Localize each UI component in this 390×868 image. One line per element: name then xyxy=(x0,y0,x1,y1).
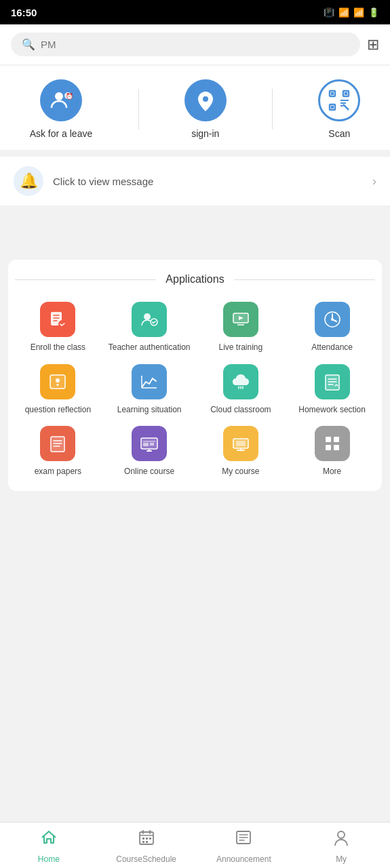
announcement-nav-icon xyxy=(234,828,253,852)
my-course-label: My course xyxy=(222,467,259,477)
svg-rect-65 xyxy=(149,837,151,840)
nav-announcement[interactable]: Announcement xyxy=(195,828,293,864)
applications-title: Applications xyxy=(165,273,224,285)
app-enroll-class[interactable]: Enroll the class xyxy=(15,302,101,353)
cloud-label: Cloud classroom xyxy=(210,405,271,416)
svg-rect-56 xyxy=(334,437,339,442)
schedule-nav-icon xyxy=(137,828,156,852)
status-bar: 16:50 📳 📶 📶 🔋 xyxy=(0,0,390,24)
nav-home[interactable]: Home xyxy=(0,828,98,864)
svg-point-0 xyxy=(55,92,63,100)
svg-rect-32 xyxy=(326,375,339,390)
learning-icon xyxy=(132,364,167,399)
learning-label: Learning situation xyxy=(117,405,182,416)
online-course-icon xyxy=(132,426,167,461)
svg-point-28 xyxy=(56,378,60,382)
question-icon xyxy=(40,364,75,399)
search-bar-row: 🔍 ⊞ xyxy=(0,24,390,64)
scan-icon xyxy=(318,79,360,121)
ask-leave-icon: ⏰ xyxy=(40,79,82,121)
signal-icon: 📳 xyxy=(324,7,334,18)
search-bar[interactable]: 🔍 xyxy=(11,33,360,56)
bottom-nav: Home CourseSchedule xyxy=(0,822,390,868)
svg-rect-66 xyxy=(142,841,144,843)
svg-point-15 xyxy=(58,320,66,328)
apps-grid: Enroll the class Teacher authentication xyxy=(15,302,375,477)
status-time: 16:50 xyxy=(11,7,37,18)
app-online-course[interactable]: Online course xyxy=(106,426,193,477)
wifi-icon: 📶 xyxy=(338,7,349,18)
live-training-icon xyxy=(223,302,258,337)
battery-icon: 🔋 xyxy=(368,7,379,18)
app-my-course[interactable]: My course xyxy=(198,426,284,477)
homework-icon xyxy=(315,364,350,399)
scan-label: Scan xyxy=(328,128,350,139)
svg-rect-47 xyxy=(143,443,149,446)
network-icon: 📶 xyxy=(353,7,364,18)
svg-rect-58 xyxy=(334,445,339,450)
home-nav-label: Home xyxy=(38,854,60,864)
teacher-auth-label: Teacher authentication xyxy=(109,342,191,353)
cloud-icon xyxy=(223,364,258,399)
grid-icon[interactable]: ⊞ xyxy=(367,36,379,54)
divider2 xyxy=(272,89,273,130)
homework-label: Homework section xyxy=(298,405,366,416)
quick-action-sign-in[interactable]: sign-in xyxy=(184,79,227,139)
svg-point-3 xyxy=(203,96,208,102)
nav-my[interactable]: My xyxy=(292,828,390,864)
svg-rect-8 xyxy=(345,92,347,95)
applications-header: Applications xyxy=(15,273,375,285)
app-question-reflection[interactable]: question reflection xyxy=(15,364,101,416)
app-teacher-auth[interactable]: Teacher authentication xyxy=(106,302,193,353)
more-label: More xyxy=(323,467,341,477)
app-homework[interactable]: Homework section xyxy=(289,364,375,416)
nav-schedule[interactable]: CourseSchedule xyxy=(98,828,195,864)
header-line-right xyxy=(234,279,375,280)
quick-action-scan[interactable]: Scan xyxy=(318,79,360,139)
app-live-training[interactable]: Live training xyxy=(198,302,284,353)
svg-rect-52 xyxy=(237,450,245,451)
svg-rect-54 xyxy=(236,441,246,446)
status-icons: 📳 📶 📶 🔋 xyxy=(324,7,379,18)
quick-actions: ⏰ Ask for a leave sign-in xyxy=(0,66,390,150)
svg-rect-55 xyxy=(326,437,331,442)
quick-action-ask-leave[interactable]: ⏰ Ask for a leave xyxy=(30,79,93,139)
live-training-label: Live training xyxy=(219,342,263,353)
bottom-spacer xyxy=(0,498,390,552)
main-content: 🔍 ⊞ ⏰ Ask for a leave xyxy=(0,24,390,868)
svg-rect-63 xyxy=(142,837,144,840)
svg-point-72 xyxy=(338,831,345,838)
app-exam-papers[interactable]: exam papers xyxy=(15,426,101,477)
my-nav-label: My xyxy=(336,854,347,864)
exam-label: exam papers xyxy=(35,467,81,477)
header-line-left xyxy=(15,279,156,280)
svg-rect-9 xyxy=(331,106,334,108)
ask-leave-label: Ask for a leave xyxy=(30,128,93,139)
divider xyxy=(138,89,139,130)
svg-rect-7 xyxy=(331,92,334,95)
sign-in-label: sign-in xyxy=(191,128,219,139)
online-course-label: Online course xyxy=(124,467,174,477)
svg-rect-57 xyxy=(326,445,331,450)
app-more[interactable]: More xyxy=(289,426,375,477)
my-course-icon xyxy=(223,426,258,461)
question-label: question reflection xyxy=(25,405,91,416)
svg-point-16 xyxy=(144,313,151,320)
search-input[interactable] xyxy=(41,39,349,50)
attendance-icon xyxy=(315,302,350,337)
notification-arrow-icon: › xyxy=(372,174,376,189)
app-cloud-classroom[interactable]: Cloud classroom xyxy=(198,364,284,416)
spacer xyxy=(0,212,390,253)
app-learning-situation[interactable]: Learning situation xyxy=(106,364,193,416)
svg-rect-67 xyxy=(146,841,148,843)
svg-line-10 xyxy=(343,104,349,110)
sign-in-icon xyxy=(184,79,227,121)
svg-rect-64 xyxy=(146,837,148,840)
svg-rect-37 xyxy=(51,437,64,452)
teacher-auth-icon xyxy=(132,302,167,337)
exam-icon xyxy=(40,426,75,461)
announcement-nav-label: Announcement xyxy=(216,854,271,864)
svg-rect-29 xyxy=(57,384,59,386)
notification-banner[interactable]: 🔔 Click to view message › xyxy=(0,157,390,205)
app-attendance[interactable]: Attendance xyxy=(289,302,375,353)
